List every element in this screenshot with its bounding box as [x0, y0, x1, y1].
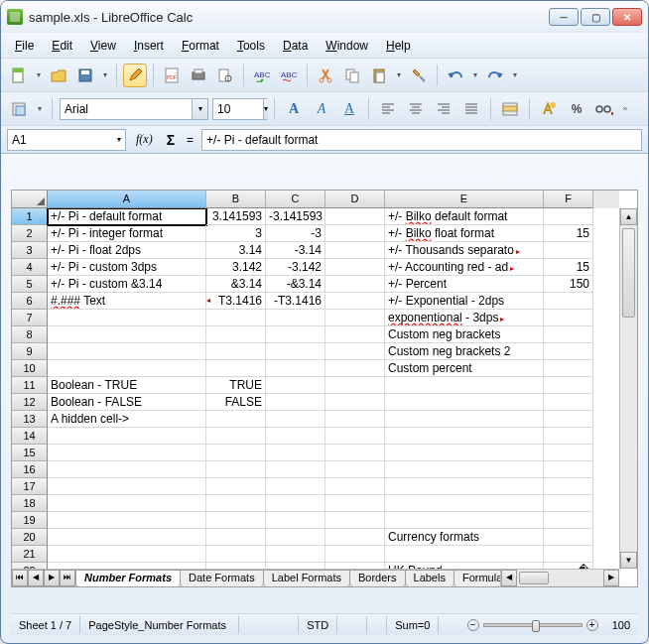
col-header-D[interactable]: D: [325, 191, 385, 208]
cell-A13[interactable]: A hidden cell->: [48, 411, 206, 428]
menu-window[interactable]: Window: [318, 36, 376, 56]
page-style-indicator[interactable]: PageStyle_Number Formats: [80, 616, 239, 634]
cell-C3[interactable]: -3.14: [266, 242, 325, 259]
cell-F11[interactable]: [544, 377, 593, 394]
new-doc-dropdown[interactable]: ▾: [34, 64, 44, 87]
cell-B11[interactable]: TRUE: [206, 377, 266, 394]
row-header[interactable]: 11: [12, 377, 48, 394]
sheet-tab-date-formats[interactable]: Date Formats: [180, 570, 264, 586]
cell-A12[interactable]: Boolean - FALSE: [48, 394, 206, 411]
zoom-in-icon[interactable]: +: [586, 619, 598, 631]
cell-B18[interactable]: [206, 495, 266, 512]
save-icon[interactable]: [73, 64, 97, 87]
cell-F12[interactable]: [544, 394, 593, 411]
cell-E5[interactable]: +/- Percent: [385, 276, 544, 293]
cell-B3[interactable]: 3.14: [206, 242, 266, 259]
paste-dropdown[interactable]: ▾: [394, 64, 404, 87]
cell-B8[interactable]: [206, 326, 266, 343]
edit-icon[interactable]: [123, 64, 147, 87]
cell-F18[interactable]: [544, 495, 593, 512]
row-header[interactable]: 19: [12, 512, 48, 529]
cell-C6[interactable]: -T3.1416: [266, 293, 325, 310]
menu-insert[interactable]: Insert: [126, 36, 172, 56]
function-wizard-icon[interactable]: f(x): [130, 132, 159, 147]
cell-F10[interactable]: [544, 360, 593, 377]
cell-A6[interactable]: #.### Text: [48, 293, 206, 310]
cell-C16[interactable]: [266, 461, 325, 478]
cell-C4[interactable]: -3.142: [266, 259, 325, 276]
cell-B10[interactable]: [206, 360, 266, 377]
row-header[interactable]: 2: [12, 225, 48, 242]
font-size-input[interactable]: [213, 99, 263, 119]
cell-C5[interactable]: -&3.14: [266, 276, 325, 293]
cell-E17[interactable]: [385, 478, 544, 495]
row-header[interactable]: 15: [12, 445, 48, 461]
vertical-scrollbar[interactable]: ▲ ▼: [619, 208, 637, 569]
undo-dropdown[interactable]: ▾: [470, 64, 480, 87]
titlebar[interactable]: sample.xls - LibreOffice Calc ─ ▢ ✕: [1, 1, 648, 33]
sheet-tab-label-formats[interactable]: Label Formats: [263, 570, 350, 586]
cell-C18[interactable]: [266, 495, 325, 512]
cell-A19[interactable]: [48, 512, 206, 529]
cell-B7[interactable]: [206, 310, 266, 326]
cell-E1[interactable]: +/- Bilko default format: [385, 208, 544, 225]
cell-F8[interactable]: [544, 326, 593, 343]
font-name-input[interactable]: [61, 99, 192, 119]
tab-last-icon[interactable]: ⏭: [60, 570, 75, 586]
cell-E7[interactable]: exponentional - 3dps: [385, 310, 544, 326]
close-button[interactable]: ✕: [612, 8, 642, 26]
scroll-thumb[interactable]: [622, 228, 635, 318]
row-header[interactable]: 18: [12, 495, 48, 512]
row-header[interactable]: 7: [12, 310, 48, 326]
insert-mode[interactable]: STD: [299, 616, 337, 634]
tab-first-icon[interactable]: ⏮: [12, 570, 28, 586]
menu-file[interactable]: File: [7, 36, 42, 56]
standard-format-icon[interactable]: [592, 97, 616, 121]
row-header[interactable]: 1: [12, 208, 48, 225]
slider-track[interactable]: [483, 623, 583, 627]
cell-D4[interactable]: [325, 259, 385, 276]
cell-A7[interactable]: [48, 310, 206, 326]
sum-icon[interactable]: Σ: [163, 132, 179, 148]
cell-B21[interactable]: [206, 546, 266, 563]
sheet-tab-borders[interactable]: Borders: [349, 570, 406, 586]
sheet-tab-labels[interactable]: Labels: [405, 570, 454, 586]
cell-B15[interactable]: [206, 445, 266, 461]
cell-A8[interactable]: [48, 326, 206, 343]
cell-A11[interactable]: Boolean - TRUE: [48, 377, 206, 394]
col-header-A[interactable]: A: [48, 191, 206, 208]
cell-D18[interactable]: [325, 495, 385, 512]
row-header[interactable]: 17: [12, 478, 48, 495]
cell-F7[interactable]: [544, 310, 593, 326]
tab-prev-icon[interactable]: ◀: [28, 570, 44, 586]
menu-view[interactable]: View: [82, 36, 124, 56]
cell-D11[interactable]: [325, 377, 385, 394]
cell-F4[interactable]: 15: [544, 259, 593, 276]
cell-C20[interactable]: [266, 529, 325, 546]
format-paintbrush-icon[interactable]: [407, 64, 431, 87]
percent-icon[interactable]: %: [565, 97, 588, 121]
row-header[interactable]: 14: [12, 428, 48, 445]
cell-E15[interactable]: [385, 445, 544, 461]
cell-A5[interactable]: +/- Pi - custom &3.14: [48, 276, 206, 293]
cell-F6[interactable]: [544, 293, 593, 310]
zoom-slider[interactable]: − +: [461, 619, 604, 631]
cell-B6[interactable]: ◂T3.1416: [206, 293, 266, 310]
cell-A17[interactable]: [48, 478, 206, 495]
copy-icon[interactable]: [340, 64, 364, 87]
cell-D17[interactable]: [325, 478, 385, 495]
tab-next-icon[interactable]: ▶: [44, 570, 60, 586]
cell-F3[interactable]: [544, 242, 593, 259]
cell-F21[interactable]: [544, 546, 593, 563]
col-header-E[interactable]: E: [385, 191, 544, 208]
font-size-combo[interactable]: ▾: [212, 98, 267, 120]
styles-dropdown[interactable]: ▾: [35, 97, 45, 121]
cell-C8[interactable]: [266, 326, 325, 343]
row-header[interactable]: 12: [12, 394, 48, 411]
cell-F13[interactable]: [544, 411, 593, 428]
cell-C13[interactable]: [266, 411, 325, 428]
cell-D9[interactable]: [325, 343, 385, 360]
paste-icon[interactable]: [367, 64, 391, 87]
align-center-icon[interactable]: [404, 97, 428, 121]
chevron-down-icon[interactable]: ▾: [263, 99, 268, 119]
